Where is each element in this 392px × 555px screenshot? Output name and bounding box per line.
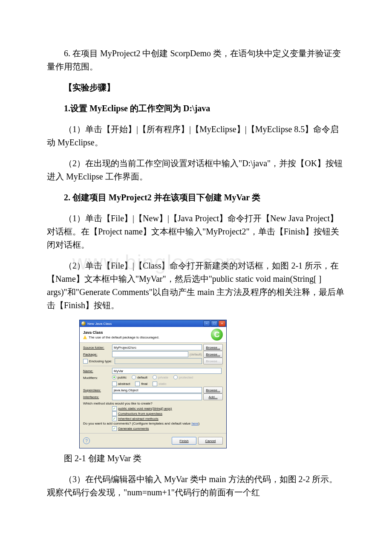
- generate-comments-label: Generate comments: [118, 427, 149, 431]
- finish-button[interactable]: Finish: [172, 437, 196, 445]
- close-button[interactable]: ×: [219, 321, 225, 327]
- titlebar[interactable]: New Java Class − □ ×: [80, 320, 226, 327]
- stubs-section: Which method stubs would you like to cre…: [80, 402, 226, 433]
- inherited-methods-label: Inherited abstract methods: [118, 417, 159, 421]
- class-c-icon: C: [211, 329, 223, 341]
- warning-icon: [83, 335, 87, 339]
- section-heading-steps: 【实验步骤】: [47, 81, 345, 94]
- here-link[interactable]: here: [191, 422, 198, 425]
- class-name-input[interactable]: MyVar: [112, 368, 222, 374]
- banner-message: The use of the default package is discou…: [89, 335, 159, 339]
- step-2-2: （2）单击【File】|【Class】命令打开新建类的对话框，如图 2-1 所示…: [47, 259, 345, 312]
- enclosing-type-checkbox[interactable]: [83, 359, 88, 364]
- modifier-private-label: private: [158, 376, 168, 379]
- generate-comments-checkbox[interactable]: ✓: [112, 426, 117, 431]
- interfaces-label: Interfaces:: [83, 395, 112, 399]
- superclass-input[interactable]: java.lang.Object: [112, 387, 202, 393]
- add-interface-button[interactable]: Add...: [203, 393, 223, 400]
- modifiers-label: Modifiers:: [83, 376, 112, 380]
- browse-enclosing-button: Browse...: [203, 358, 223, 364]
- dialog-banner: Java Class The use of the default packag…: [80, 327, 226, 343]
- modifier-default-radio[interactable]: [132, 375, 136, 379]
- browse-source-button[interactable]: Browse...: [203, 344, 223, 351]
- form-area: Source folder: MyProject2/src Browse... …: [80, 343, 226, 402]
- modifier-final-checkbox[interactable]: [135, 382, 140, 386]
- package-default-text: (default): [190, 353, 202, 356]
- constructors-checkbox[interactable]: [112, 411, 117, 416]
- window-title: New Java Class: [87, 322, 112, 326]
- cancel-button[interactable]: Cancel: [198, 437, 223, 445]
- step-1-2: （2）在出现的当前工作空间设置对话框中输入"D:\java"，并按【OK】按钮进…: [47, 157, 345, 183]
- document-page: 6. 在项目 MyProject2 中创建 ScorpDemo 类，在语句块中定…: [0, 0, 392, 524]
- modifier-default-label: default: [137, 376, 147, 379]
- stubs-question: Which method stubs would you like to cre…: [83, 402, 223, 405]
- name-label: Name:: [83, 369, 112, 373]
- step-2-1: （1）单击【File】|【New】|【Java Project】命令打开【New…: [47, 212, 345, 251]
- eclipse-icon: [81, 321, 86, 326]
- source-folder-label: Source folder:: [83, 346, 112, 350]
- modifier-public-radio[interactable]: [112, 375, 116, 379]
- package-label: Package:: [83, 353, 112, 356]
- modifier-protected-label: protected: [179, 376, 193, 379]
- package-input[interactable]: [112, 351, 188, 357]
- modifier-private-radio: [153, 375, 157, 379]
- modifier-public-label: public: [118, 376, 127, 379]
- minimize-button[interactable]: −: [203, 321, 210, 327]
- source-folder-input[interactable]: MyProject2/src: [112, 344, 202, 350]
- enclosing-type-label: Enclosing type:: [89, 359, 115, 363]
- comments-question: Do you want to add comments? (Configure …: [83, 422, 223, 425]
- section-heading-2: 2. 创建项目 MyProject2 并在该项目下创建 MyVar 类: [47, 191, 345, 204]
- figure-caption: 图 2-1 创建 MyVar 类: [47, 452, 345, 465]
- dialog-footer: ? Finish Cancel: [80, 433, 226, 448]
- modifier-protected-radio: [173, 375, 178, 379]
- main-method-checkbox[interactable]: ✓: [112, 406, 117, 411]
- help-icon[interactable]: ?: [83, 437, 90, 444]
- modifier-static-checkbox: [153, 382, 157, 386]
- banner-title: Java Class: [83, 330, 211, 335]
- modifier-static-label: static: [159, 382, 167, 386]
- modifier-abstract-checkbox[interactable]: [112, 382, 117, 386]
- maximize-button[interactable]: □: [211, 321, 218, 327]
- modifier-abstract-label: abstract: [118, 382, 130, 386]
- browse-package-button[interactable]: Browse...: [203, 351, 223, 358]
- browse-superclass-button[interactable]: Browse...: [203, 387, 223, 393]
- interfaces-input[interactable]: [112, 393, 202, 400]
- constructors-label: Constructors from superclass: [118, 412, 162, 416]
- section-heading-1: 1.设置 MyEclipse 的工作空间为 D:\java: [47, 102, 345, 115]
- inherited-methods-checkbox[interactable]: ✓: [112, 416, 117, 421]
- enclosing-type-input: [115, 358, 202, 364]
- step-2-3: （3）在代码编辑器中输入 MyVar 类中 main 方法的代码，如图 2-2 …: [47, 473, 345, 499]
- step-1-1: （1）单击【开始】|【所有程序】|【MyEclipse】|【MyEclipse …: [47, 123, 345, 149]
- new-java-class-dialog: New Java Class − □ × Java Class The use …: [79, 320, 227, 448]
- main-method-label: public static void main(String[] args): [118, 407, 172, 410]
- paragraph-6: 6. 在项目 MyProject2 中创建 ScorpDemo 类，在语句块中定…: [47, 47, 345, 73]
- superclass-label: Superclass:: [83, 388, 112, 392]
- modifier-final-label: final: [141, 382, 147, 386]
